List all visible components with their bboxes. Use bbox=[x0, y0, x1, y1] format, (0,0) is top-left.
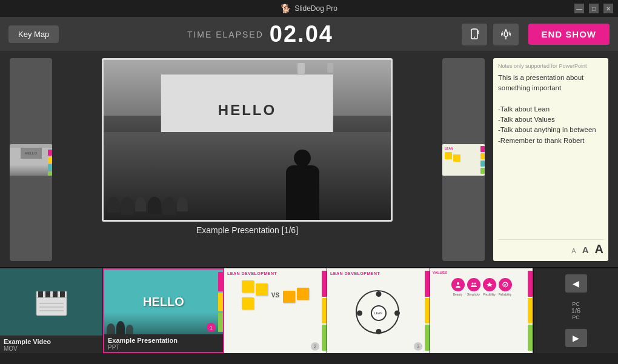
left-thumb-preview: HELLO bbox=[10, 144, 52, 176]
lean-circle-slide: LEAN DEVELOPMENT LEAN bbox=[327, 268, 430, 353]
time-section: TIME ELAPSED 02.04 bbox=[68, 21, 451, 47]
svg-point-13 bbox=[457, 282, 459, 285]
pointer-icon-button[interactable] bbox=[493, 24, 519, 45]
main-slide: HELLO bbox=[102, 58, 393, 222]
value-circle-3 bbox=[483, 278, 496, 291]
values-labels: Beauty Simplicity Flexibility Reliabilit… bbox=[433, 293, 530, 296]
nav-back-button[interactable]: ◀ bbox=[565, 274, 587, 293]
svg-rect-8 bbox=[53, 291, 58, 297]
values-thumb: VALUES bbox=[430, 268, 533, 353]
video-thumb bbox=[0, 268, 102, 336]
time-value: 02.04 bbox=[270, 21, 333, 47]
toolbar-icons bbox=[462, 24, 519, 45]
ppt-type: PPT bbox=[108, 344, 219, 351]
filmstrip-items: Example Video MOV HELLO bbox=[0, 268, 618, 353]
toolbar: Key Map TIME ELAPSED 02.04 bbox=[0, 17, 618, 52]
svg-rect-4 bbox=[36, 296, 67, 316]
filmstrip-item-video[interactable]: Example Video MOV bbox=[0, 268, 103, 353]
video-label: Example Video MOV bbox=[0, 336, 102, 353]
ppt-slide-mini: HELLO 1 bbox=[104, 270, 223, 334]
nav-info: PC 1/6 PC bbox=[571, 301, 580, 320]
values-icons bbox=[433, 278, 530, 291]
keymap-button[interactable]: Key Map bbox=[8, 25, 59, 43]
font-size-small[interactable]: A bbox=[571, 247, 576, 254]
video-type: MOV bbox=[4, 345, 99, 352]
clapperboard-icon bbox=[33, 285, 70, 319]
mobile-icon-button[interactable] bbox=[462, 24, 487, 45]
values-title: VALUES bbox=[433, 271, 530, 274]
ppt-thumb: HELLO 1 bbox=[104, 270, 223, 334]
nav-page-label2: PC bbox=[571, 314, 580, 320]
slide-title: Example Presentation [1/6] bbox=[196, 225, 298, 235]
val-label-4: Reliability bbox=[499, 293, 512, 296]
right-side-thumb: LEAN bbox=[442, 58, 485, 261]
ppt-label: Example Presentation PPT bbox=[104, 334, 223, 352]
values-slide: VALUES bbox=[430, 268, 533, 353]
lean-title-2: LEAN DEVELOPMENT bbox=[330, 271, 380, 276]
right-thumb-preview: LEAN bbox=[442, 144, 485, 176]
app-title-text: SlideDog Pro bbox=[294, 4, 337, 13]
notes-body: This is a presentation about something i… bbox=[498, 73, 603, 234]
slide-area: HELLO bbox=[61, 58, 434, 261]
lean-slide-1: LEAN DEVELOPMENT VS bbox=[224, 268, 327, 353]
lean-title-1: LEAN DEVELOPMENT bbox=[227, 271, 324, 276]
ppt-hello-text: HELLO bbox=[143, 295, 184, 309]
font-size-large[interactable]: A bbox=[595, 242, 603, 256]
notes-panel: Notes only supported for PowerPoint This… bbox=[493, 58, 608, 261]
value-circle-2 bbox=[467, 278, 480, 291]
val-label-2: Simplicity bbox=[467, 293, 480, 296]
time-label: TIME ELAPSED bbox=[187, 30, 264, 39]
slide-background: HELLO bbox=[104, 60, 391, 220]
font-size-medium[interactable]: A bbox=[582, 245, 589, 255]
main-content: HELLO HELLO bbox=[0, 52, 618, 267]
notes-text: This is a presentation about something i… bbox=[498, 74, 596, 144]
filmstrip-lean-1[interactable]: LEAN DEVELOPMENT VS bbox=[224, 268, 327, 353]
lean-1-thumb: LEAN DEVELOPMENT VS bbox=[224, 268, 327, 353]
end-show-button[interactable]: END SHOW bbox=[528, 24, 610, 45]
svg-rect-9 bbox=[60, 291, 65, 297]
filmstrip-container: Example Video MOV HELLO bbox=[0, 267, 618, 364]
close-button[interactable]: ✕ bbox=[603, 4, 613, 13]
ppt-name: Example Presentation bbox=[108, 337, 219, 344]
svg-rect-7 bbox=[45, 291, 50, 297]
nav-page-count: 1/6 bbox=[571, 307, 580, 314]
app-icon: 🐕 bbox=[281, 4, 291, 13]
clapperboard-svg bbox=[33, 285, 70, 319]
filmstrip-lean-2[interactable]: LEAN DEVELOPMENT LEAN bbox=[327, 268, 430, 353]
app-title: 🐕 SlideDog Pro bbox=[281, 4, 337, 13]
value-circle-4 bbox=[499, 278, 512, 291]
lean-num-2: 3 bbox=[414, 342, 422, 351]
svg-rect-6 bbox=[38, 291, 43, 297]
svg-point-15 bbox=[474, 283, 476, 285]
nav-page-label: PC bbox=[571, 301, 580, 307]
filmstrip-item-ppt[interactable]: HELLO 1 Example bbox=[103, 268, 224, 353]
slide-num-1: 1 bbox=[207, 323, 216, 332]
video-name: Example Video bbox=[4, 338, 99, 345]
val-label-3: Flexibility bbox=[483, 293, 496, 296]
pointer-icon bbox=[499, 28, 513, 41]
lean-num-1: 2 bbox=[311, 342, 319, 351]
audience-row bbox=[104, 197, 391, 215]
window-controls: — □ ✕ bbox=[574, 4, 613, 13]
minimize-button[interactable]: — bbox=[574, 4, 584, 13]
left-side-thumb: HELLO bbox=[10, 58, 52, 261]
circle-diagram: LEAN bbox=[356, 290, 401, 336]
maximize-button[interactable]: □ bbox=[589, 4, 599, 13]
notes-hint: Notes only supported for PowerPoint bbox=[498, 63, 603, 69]
value-circle-1 bbox=[451, 278, 465, 291]
mobile-icon bbox=[468, 28, 481, 41]
filmstrip-values[interactable]: VALUES bbox=[430, 268, 533, 353]
val-label-1: Beauty bbox=[451, 293, 465, 296]
nav-area: ◀ PC 1/6 PC ▶ bbox=[533, 268, 618, 353]
titlebar: 🐕 SlideDog Pro — □ ✕ bbox=[0, 0, 618, 17]
svg-point-14 bbox=[471, 283, 473, 285]
notes-font-controls: A A A bbox=[498, 239, 603, 256]
svg-point-1 bbox=[474, 36, 475, 38]
lean-2-thumb: LEAN DEVELOPMENT LEAN bbox=[327, 268, 430, 353]
nav-forward-button[interactable]: ▶ bbox=[565, 329, 587, 347]
slide-screen-text: HELLO bbox=[218, 102, 276, 119]
